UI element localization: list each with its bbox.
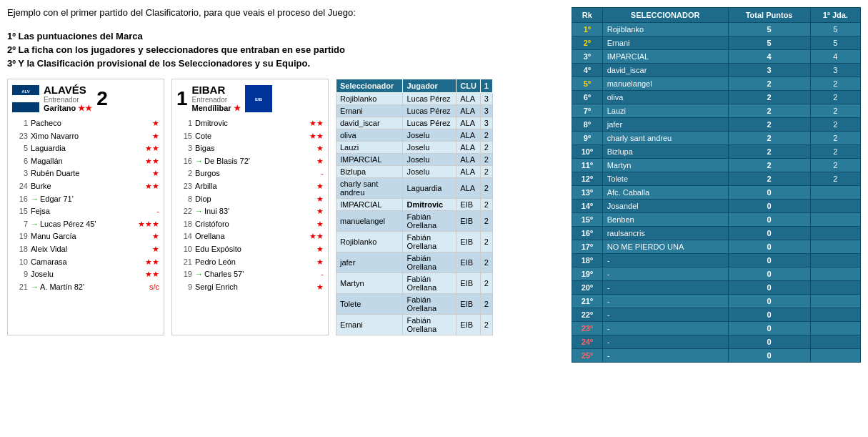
player-num: 5 <box>12 142 28 155</box>
rank-jda: 2 <box>810 172 860 186</box>
rank-jda <box>810 308 860 322</box>
rank-sel: - <box>602 308 728 322</box>
jugador-cell: Lucas Pérez <box>403 105 457 117</box>
rank-sel: Rojiblanko <box>602 23 728 36</box>
sel-cell: Bizlupa <box>336 166 403 178</box>
rank-rk: 8º <box>572 118 603 132</box>
player-name: Arbilla <box>195 180 316 193</box>
rank-sel: Lauzi <box>602 104 728 118</box>
clu-cell: EIB <box>457 252 481 273</box>
player-num: 18 <box>176 218 192 231</box>
pts-cell: 2 <box>480 294 492 315</box>
sel-cell: IMPARCIAL <box>336 199 403 211</box>
rank-jda <box>810 213 860 227</box>
rank-jda <box>810 267 860 281</box>
player-num: 18 <box>12 243 28 256</box>
pts-cell: 3 <box>480 93 492 105</box>
rank-jda: 2 <box>810 145 860 159</box>
away-player-row: 3 Bigas ★ <box>176 142 324 155</box>
rank-sel: david_iscar <box>602 64 728 77</box>
player-rating: ★★ <box>309 117 324 130</box>
rank-jda <box>810 186 860 200</box>
rank-total: 0 <box>728 295 810 308</box>
rank-row: 2º Ernani 5 5 <box>572 36 861 50</box>
home-player-row: 21 →A. Martín 82' s/c <box>12 281 159 294</box>
rank-row: 24º - 0 <box>572 335 861 349</box>
clu-cell: EIB <box>457 232 481 252</box>
player-num: 21 <box>176 256 192 269</box>
rank-jda <box>810 200 860 213</box>
jugador-cell: Fabián Orellana <box>403 211 457 232</box>
sel-cell: Ernani <box>336 315 403 335</box>
rank-row: 9º charly sant andreu 2 2 <box>572 132 861 145</box>
player-num: 9 <box>176 281 192 294</box>
clu-cell: EIB <box>457 199 481 211</box>
rank-total: 2 <box>728 132 810 145</box>
rank-sel: - <box>602 281 728 295</box>
sel-cell: oliva <box>336 129 403 142</box>
rank-rk: 24º <box>572 335 603 349</box>
home-player-row: 16 →Edgar 71' <box>12 193 159 206</box>
pts-cell: 2 <box>480 252 492 273</box>
sel-table-row: oliva Joselu ALA 2 <box>336 129 493 142</box>
home-score: 2 <box>96 87 108 110</box>
clu-col-header: CLU <box>457 79 481 93</box>
jugador-cell: Fabián Orellana <box>403 273 457 294</box>
sel-table-row: IMPARCIAL Joselu ALA 2 <box>336 154 493 166</box>
away-coach-name: Mendílibar ★ <box>192 104 241 113</box>
rank-row: 4º david_iscar 3 3 <box>572 64 861 77</box>
player-rating: ★ <box>152 117 159 130</box>
rank-row: 8º jafer 2 2 <box>572 118 861 132</box>
selection-table: Seleccionador Jugador CLU 1 Rojiblanko L… <box>336 79 493 335</box>
rank-sel: Bizlupa <box>602 145 728 159</box>
sel-table-row: charly sant andreu Laguardia ALA 2 <box>336 178 493 199</box>
rank-total: 5 <box>728 23 810 36</box>
rank-row: 12º Tolete 2 2 <box>572 172 861 186</box>
player-num: 3 <box>12 167 28 180</box>
rank-jda: 2 <box>810 132 860 145</box>
rank-row: 19º - 0 <box>572 267 861 281</box>
player-rating: ★ <box>152 230 159 243</box>
rank-jda <box>810 295 860 308</box>
rank-total: 2 <box>728 172 810 186</box>
rank-sel: Ernani <box>602 36 728 50</box>
rank-rk: 14º <box>572 200 603 213</box>
player-rating: ★★ <box>145 142 159 155</box>
rank-jda: 3 <box>810 64 860 77</box>
pts-cell: 2 <box>480 129 492 142</box>
sel-table-row: Tolete Fabián Orellana EIB 2 <box>336 294 493 315</box>
rank-sel: manuelangel <box>602 77 728 91</box>
sel-table-row: david_iscar Lucas Pérez ALA 3 <box>336 117 493 129</box>
svg-text:ALV: ALV <box>21 89 30 94</box>
player-name: Sergi Enrich <box>195 281 316 294</box>
home-player-row: 3 Rubén Duarte ★ <box>12 167 159 180</box>
rank-sel: NO ME PIERDO UNA <box>602 240 728 254</box>
away-score: 1 <box>176 87 188 110</box>
rank-row: 6º oliva 2 2 <box>572 91 861 104</box>
sel-table-row: Rojiblanko Fabián Orellana EIB 2 <box>336 232 493 252</box>
player-num: 16 <box>12 193 28 206</box>
jda-col-header: 1ª Jda. <box>810 8 860 23</box>
player-num: 24 <box>12 180 28 193</box>
sel-cell: Tolete <box>336 294 403 315</box>
jugador-cell: Joselu <box>403 142 457 154</box>
away-player-row: 16 →De Blasis 72' ★ <box>176 155 324 168</box>
player-rating: - <box>156 205 159 218</box>
rank-total: 0 <box>728 254 810 267</box>
jugador-cell: Fabián Orellana <box>403 232 457 252</box>
rank-rk: 9º <box>572 132 603 145</box>
pts-cell: 2 <box>480 166 492 178</box>
intro-line3: 2º La ficha con los jugadores y seleccio… <box>7 44 564 55</box>
rank-jda <box>810 281 860 295</box>
rank-total: 2 <box>728 91 810 104</box>
sel-cell: Martyn <box>336 273 403 294</box>
rank-total: 2 <box>728 118 810 132</box>
home-player-row: 6 Magallán ★★ <box>12 155 159 168</box>
sel-col-header: Seleccionador <box>336 79 403 93</box>
home-player-row: 15 Fejsa - <box>12 205 159 218</box>
rank-row: 10º Bizlupa 2 2 <box>572 145 861 159</box>
player-rating: ★ <box>316 205 324 218</box>
player-name: →A. Martín 82' <box>31 281 149 294</box>
rank-jda: 2 <box>810 91 860 104</box>
home-player-row: 1 Pacheco ★ <box>12 117 159 130</box>
